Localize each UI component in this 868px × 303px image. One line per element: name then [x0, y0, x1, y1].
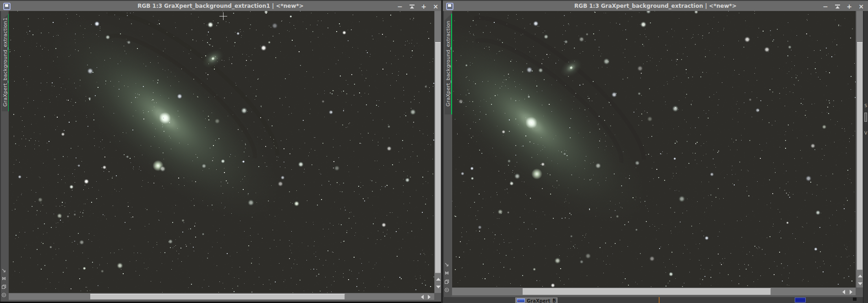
scroll-down-button[interactable]	[857, 281, 863, 287]
workspace-divider	[659, 297, 660, 303]
image-view[interactable]	[452, 11, 856, 287]
scroll-left-button[interactable]	[841, 288, 847, 296]
titlebar[interactable]: RGB 1:3 GraXpert_background_extraction1 …	[0, 0, 441, 11]
edge-fragment-button[interactable]	[864, 113, 867, 122]
vertical-scroll-thumb[interactable]	[435, 42, 441, 273]
iconize-button[interactable]: −	[397, 1, 403, 12]
center-dot-icon[interactable]	[444, 287, 450, 293]
vertical-scrollbar[interactable]	[434, 11, 441, 293]
horizontal-scroll-thumb[interactable]	[523, 288, 771, 295]
horizontal-scrollbar[interactable]	[452, 287, 856, 295]
close-button[interactable]: ×	[858, 1, 864, 12]
scroll-up-button[interactable]	[857, 273, 863, 279]
duplicate-view-icon[interactable]	[444, 279, 450, 285]
iconize-button[interactable]: −	[823, 1, 828, 12]
shade-button[interactable]	[409, 1, 415, 12]
image-view[interactable]	[9, 11, 434, 293]
fit-view-icon[interactable]	[444, 270, 450, 276]
window-sidebar: GraXpert_background_extraction1	[0, 11, 9, 302]
scroll-right-button[interactable]	[848, 288, 854, 296]
window-menu-icon[interactable]	[3, 3, 11, 10]
vertical-scrollbar[interactable]	[856, 11, 863, 287]
taskbar-item[interactable]: GraXpert_b N	[515, 298, 557, 303]
horizontal-scroll-thumb[interactable]	[90, 294, 345, 299]
scroll-down-button[interactable]	[435, 284, 442, 290]
triangle-left-icon	[842, 290, 845, 294]
edge-fragment-top: S	[863, 103, 868, 108]
vertical-scroll-thumb[interactable]	[857, 42, 863, 270]
triangle-down-icon	[436, 286, 441, 288]
taskbar-item-label: GraXpert_b	[527, 298, 556, 303]
scroll-left-button[interactable]	[419, 293, 426, 300]
image-window-left: RGB 1:3 GraXpert_background_extraction1 …	[0, 0, 441, 302]
pan-arrow-icon[interactable]	[444, 262, 450, 268]
center-dot-icon[interactable]	[1, 292, 7, 298]
triangle-up-icon	[436, 278, 441, 281]
fit-view-icon[interactable]	[1, 276, 7, 281]
horizontal-scrollbar[interactable]	[9, 293, 434, 300]
clipped-ui-fragment	[853, 298, 857, 301]
shade-button[interactable]	[835, 1, 840, 12]
maximize-button[interactable]: +	[846, 1, 852, 12]
triangle-down-icon	[858, 282, 863, 285]
triangle-right-icon	[428, 295, 431, 299]
triangle-up-icon	[858, 275, 863, 277]
view-selector-tab[interactable]: GraXpert_background_extraction	[445, 13, 453, 114]
pan-arrow-icon[interactable]	[1, 268, 7, 274]
maximize-button[interactable]: +	[421, 1, 426, 12]
image-window-right: RGB 1:3 GraXpert_background_extraction |…	[443, 0, 868, 297]
shade-icon	[409, 5, 415, 9]
shade-icon	[835, 5, 840, 9]
clipped-window-fragment	[795, 298, 806, 303]
window-sidebar: GraXpert_background_extraction	[443, 11, 452, 297]
triangle-right-icon	[850, 290, 852, 294]
right-edge-panel: S V	[863, 11, 868, 303]
window-thumbnail-icon	[517, 298, 525, 303]
close-button[interactable]: ×	[433, 1, 438, 12]
titlebar[interactable]: RGB 1:3 GraXpert_background_extraction |…	[443, 0, 868, 11]
window-title: RGB 1:3 GraXpert_background_extraction1 …	[0, 3, 441, 9]
scroll-right-button[interactable]	[426, 293, 432, 300]
triangle-left-icon	[421, 295, 424, 299]
duplicate-view-icon[interactable]	[1, 284, 7, 290]
edge-fragment-bottom: V	[863, 131, 868, 135]
workspace-strip-bottom-right: GraXpert_b N	[443, 297, 868, 303]
window-menu-icon[interactable]	[446, 3, 453, 10]
taskbar-item-badge: N	[553, 298, 556, 302]
tab-label: GraXpert_background_extraction	[445, 21, 451, 107]
scroll-up-button[interactable]	[435, 276, 442, 282]
window-title: RGB 1:3 GraXpert_background_extraction |…	[443, 3, 868, 9]
tab-label: GraXpert_background_extraction1	[2, 17, 8, 107]
